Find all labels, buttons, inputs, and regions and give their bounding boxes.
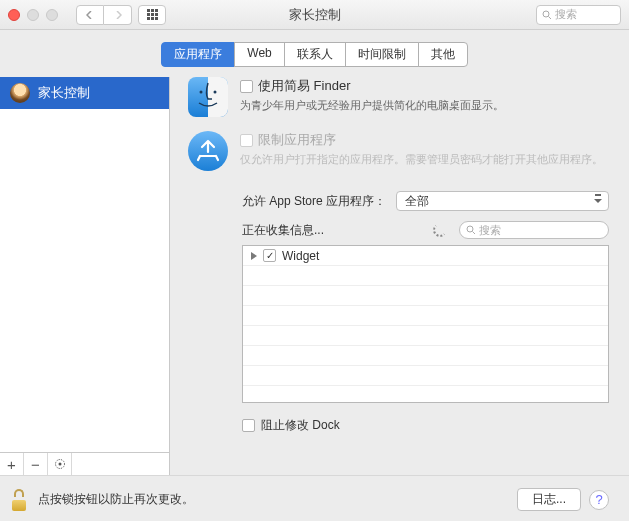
finder-icon bbox=[188, 77, 228, 117]
tab-web[interactable]: Web bbox=[234, 42, 284, 67]
appstore-allow-select[interactable]: 全部 bbox=[396, 191, 609, 211]
svg-point-4 bbox=[200, 91, 203, 94]
close-window-button[interactable] bbox=[8, 9, 20, 21]
add-user-button[interactable]: + bbox=[0, 453, 24, 475]
limit-apps-desc: 仅允许用户打开指定的应用程序。需要管理员密码才能打开其他应用程序。 bbox=[240, 151, 609, 168]
action-menu-button[interactable] bbox=[48, 453, 72, 475]
list-item[interactable]: ✓ Widget bbox=[243, 246, 608, 266]
app-list[interactable]: ✓ Widget bbox=[242, 245, 609, 403]
gear-icon bbox=[54, 458, 66, 470]
simple-finder-label: 使用简易 Finder bbox=[258, 77, 350, 95]
tab-apps[interactable]: 应用程序 bbox=[161, 42, 235, 67]
lock-text: 点按锁按钮以防止再次更改。 bbox=[38, 491, 194, 508]
sidebar-item-parental[interactable]: 家长控制 bbox=[0, 77, 169, 109]
collecting-label: 正在收集信息... bbox=[242, 222, 324, 239]
simple-finder-checkbox[interactable] bbox=[240, 80, 253, 93]
spinner-icon bbox=[433, 223, 447, 237]
search-icon bbox=[466, 225, 476, 235]
lock-icon[interactable] bbox=[12, 489, 30, 511]
svg-line-1 bbox=[549, 16, 552, 19]
footer: 点按锁按钮以防止再次更改。 日志... ? bbox=[0, 475, 629, 521]
titlebar: 家长控制 搜索 bbox=[0, 0, 629, 30]
log-button[interactable]: 日志... bbox=[517, 488, 581, 511]
window-title: 家长控制 bbox=[289, 6, 341, 24]
app-search-input[interactable]: 搜索 bbox=[459, 221, 609, 239]
nav-buttons bbox=[76, 5, 132, 25]
svg-point-6 bbox=[467, 226, 473, 232]
limit-apps-checkbox bbox=[240, 134, 253, 147]
prevent-dock-checkbox[interactable] bbox=[242, 419, 255, 432]
show-all-button[interactable] bbox=[138, 5, 166, 25]
search-icon bbox=[542, 10, 552, 20]
list-item-label: Widget bbox=[282, 249, 319, 263]
svg-point-0 bbox=[543, 11, 549, 17]
simple-finder-desc: 为青少年用户或无经验用户提供简化的电脑桌面显示。 bbox=[240, 97, 609, 114]
tab-bar: 应用程序 Web 联系人 时间限制 其他 bbox=[0, 30, 629, 77]
maximize-window-button[interactable] bbox=[46, 9, 58, 21]
tab-other[interactable]: 其他 bbox=[418, 42, 468, 67]
user-avatar-icon bbox=[10, 83, 30, 103]
tab-time[interactable]: 时间限制 bbox=[345, 42, 419, 67]
help-button[interactable]: ? bbox=[589, 490, 609, 510]
tab-people[interactable]: 联系人 bbox=[284, 42, 346, 67]
prevent-dock-label: 阻止修改 Dock bbox=[261, 417, 340, 434]
main-panel: 使用简易 Finder 为青少年用户或无经验用户提供简化的电脑桌面显示。 限制应… bbox=[170, 77, 629, 475]
sidebar: 家长控制 + − bbox=[0, 77, 170, 475]
svg-line-7 bbox=[473, 232, 476, 235]
toolbar-search-input[interactable]: 搜索 bbox=[536, 5, 621, 25]
disclosure-triangle-icon[interactable] bbox=[251, 252, 257, 260]
back-button[interactable] bbox=[76, 5, 104, 25]
minimize-window-button[interactable] bbox=[27, 9, 39, 21]
appstore-allow-label: 允许 App Store 应用程序： bbox=[242, 193, 386, 210]
sidebar-item-label: 家长控制 bbox=[38, 84, 90, 102]
forward-button[interactable] bbox=[104, 5, 132, 25]
window-controls bbox=[8, 9, 58, 21]
list-item-checkbox[interactable]: ✓ bbox=[263, 249, 276, 262]
svg-point-3 bbox=[58, 463, 61, 466]
remove-user-button[interactable]: − bbox=[24, 453, 48, 475]
appstore-icon bbox=[188, 131, 228, 171]
sidebar-toolbar: + − bbox=[0, 452, 169, 475]
limit-apps-label: 限制应用程序 bbox=[258, 131, 336, 149]
svg-point-5 bbox=[214, 91, 217, 94]
